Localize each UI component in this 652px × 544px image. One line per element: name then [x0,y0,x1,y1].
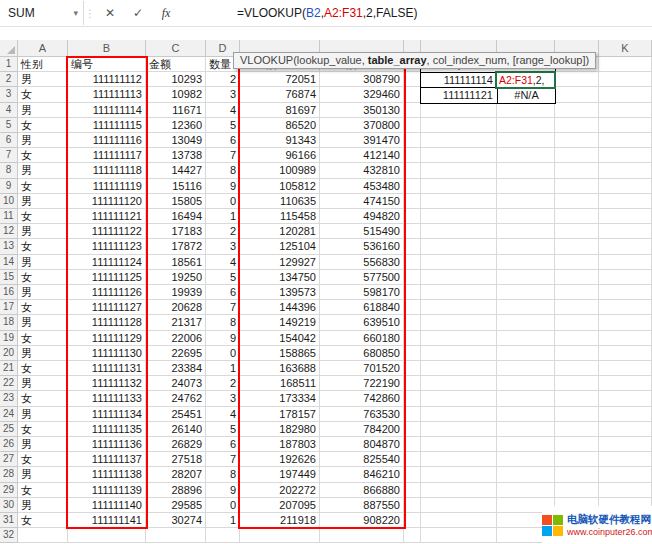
cell-H19[interactable] [421,331,497,346]
cell-G15[interactable] [404,270,421,285]
cell-G21[interactable] [404,361,421,376]
cell-J2[interactable] [555,72,599,87]
cell-E5[interactable]: 86520 [240,118,320,133]
cell-J28[interactable] [555,467,599,482]
cell-C16[interactable]: 19939 [146,285,206,300]
cell-D11[interactable]: 1 [206,209,240,224]
cell-F16[interactable]: 598170 [320,285,404,300]
cell-G17[interactable] [404,300,421,315]
cell-C19[interactable]: 22006 [146,331,206,346]
cell-H21[interactable] [421,361,497,376]
cell-J12[interactable] [555,224,599,239]
cell-B25[interactable]: 111111135 [68,422,146,437]
row-header-14[interactable]: 14 [0,255,18,270]
cell-C25[interactable]: 26140 [146,422,206,437]
cell-H29[interactable] [421,483,497,498]
cell-K25[interactable] [599,422,652,437]
cell-H7[interactable] [421,148,497,163]
cell-J7[interactable] [555,148,599,163]
column-header-C[interactable]: C [146,40,206,57]
cell-B19[interactable]: 111111129 [68,331,146,346]
row-header-3[interactable]: 3 [0,87,18,102]
cell-K2[interactable] [599,72,652,87]
cell-C1[interactable]: 金额 [146,57,206,72]
row-header-17[interactable]: 17 [0,300,18,315]
cell-G12[interactable] [404,224,421,239]
row-header-21[interactable]: 21 [0,361,18,376]
cell-C8[interactable]: 14427 [146,163,206,178]
cell-D7[interactable]: 7 [206,148,240,163]
cell-D24[interactable]: 4 [206,407,240,422]
cell-G29[interactable] [404,483,421,498]
cell-B12[interactable]: 111111122 [68,224,146,239]
cell-F26[interactable]: 804870 [320,437,404,452]
cell-G10[interactable] [404,194,421,209]
lookup-error-cell[interactable]: #N/A [497,87,555,103]
cell-I18[interactable] [497,315,555,330]
cell-C6[interactable]: 13049 [146,133,206,148]
cell-F8[interactable]: 432810 [320,163,404,178]
cell-D21[interactable]: 1 [206,361,240,376]
cell-I25[interactable] [497,422,555,437]
cell-E8[interactable]: 100989 [240,163,320,178]
cell-H31[interactable] [421,513,497,528]
cell-J8[interactable] [555,163,599,178]
cell-G5[interactable] [404,118,421,133]
cell-G16[interactable] [404,285,421,300]
cell-J29[interactable] [555,483,599,498]
cell-B7[interactable]: 111111117 [68,148,146,163]
cell-B28[interactable]: 111111138 [68,467,146,482]
lookup-id-cell-2[interactable]: 111111121 [420,87,497,103]
row-header-15[interactable]: 15 [0,270,18,285]
active-cell-editor[interactable]: A2:F31,2, [495,71,556,89]
cell-J20[interactable] [555,346,599,361]
cell-H32[interactable] [421,528,497,543]
cell-A22[interactable]: 男 [18,376,68,391]
cell-C14[interactable]: 18561 [146,255,206,270]
row-header-1[interactable]: 1 [0,57,18,72]
cell-J13[interactable] [555,239,599,254]
cell-D30[interactable]: 0 [206,498,240,513]
cell-D18[interactable]: 8 [206,315,240,330]
cell-A16[interactable]: 男 [18,285,68,300]
cell-K28[interactable] [599,467,652,482]
cell-E25[interactable]: 182980 [240,422,320,437]
cell-D16[interactable]: 6 [206,285,240,300]
cell-K11[interactable] [599,209,652,224]
cell-B14[interactable]: 111111124 [68,255,146,270]
cell-H23[interactable] [421,391,497,406]
row-header-9[interactable]: 9 [0,179,18,194]
cell-J11[interactable] [555,209,599,224]
cell-J24[interactable] [555,407,599,422]
cell-K13[interactable] [599,239,652,254]
cell-K12[interactable] [599,224,652,239]
cell-C17[interactable]: 20628 [146,300,206,315]
cell-D4[interactable]: 4 [206,103,240,118]
cell-A10[interactable]: 男 [18,194,68,209]
cell-F9[interactable]: 453480 [320,179,404,194]
cell-I14[interactable] [497,255,555,270]
cell-G3[interactable] [404,87,421,102]
cell-I12[interactable] [497,224,555,239]
row-header-27[interactable]: 27 [0,452,18,467]
cell-G24[interactable] [404,407,421,422]
cell-J4[interactable] [555,103,599,118]
cell-G22[interactable] [404,376,421,391]
cell-K6[interactable] [599,133,652,148]
cell-C2[interactable]: 10293 [146,72,206,87]
cell-F31[interactable]: 908220 [320,513,404,528]
cell-C27[interactable]: 27518 [146,452,206,467]
cell-K4[interactable] [599,103,652,118]
cell-E3[interactable]: 76874 [240,87,320,102]
cell-J27[interactable] [555,452,599,467]
cell-I29[interactable] [497,483,555,498]
cell-G32[interactable] [404,528,421,543]
cell-C7[interactable]: 13738 [146,148,206,163]
select-all-corner[interactable] [0,40,18,57]
cell-F7[interactable]: 412140 [320,148,404,163]
cell-C18[interactable]: 21317 [146,315,206,330]
cell-D19[interactable]: 9 [206,331,240,346]
cell-F28[interactable]: 846210 [320,467,404,482]
cell-A25[interactable]: 女 [18,422,68,437]
cell-I28[interactable] [497,467,555,482]
